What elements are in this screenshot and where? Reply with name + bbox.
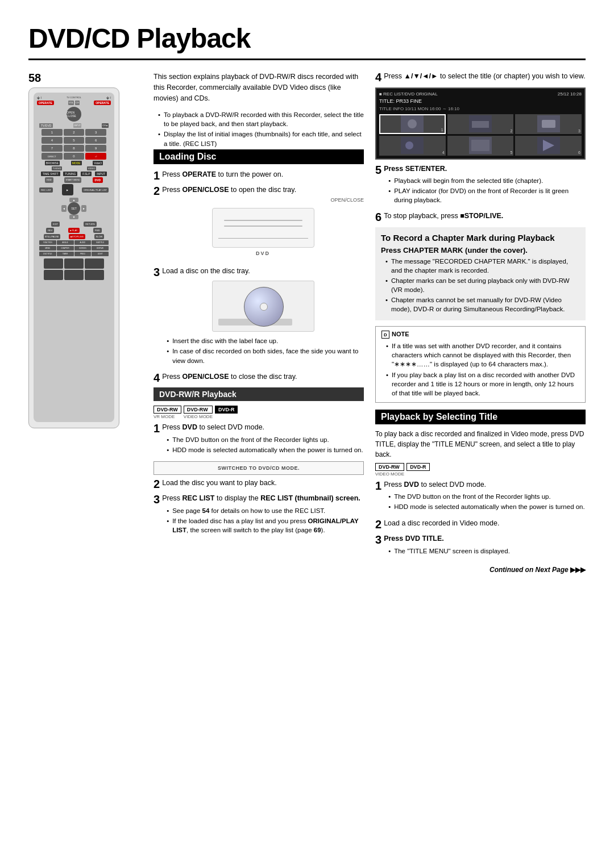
note-item-2: If you play back a play list on a disc r… [386, 370, 579, 398]
dvdrw-video-badge: DVD-RW [184, 406, 213, 414]
dvdrw-badge: DVD-RW [154, 406, 181, 414]
switched-to-dvd-screen: SWITCHED TO DVD/CD MODE. [154, 461, 364, 475]
title-step-5: 5 Press SET/ENTER. Playback will begin f… [375, 164, 586, 206]
title-step-num-6: 6 [375, 211, 381, 223]
dvdrw-step-3: 3 Press REC LIST to display the REC LIST… [154, 494, 364, 536]
svg-rect-5 [542, 120, 555, 128]
rec-thumb-6: 6 [515, 136, 582, 156]
pbs-dvdr-badge: DVD-R [406, 463, 430, 471]
note-icon: D [381, 331, 389, 339]
pbs-dvd-title-bullet-1: The "TITLE MENU" screen is displayed. [388, 546, 586, 556]
intro-bullet-1: To playback a DVD-RW/R recorded with thi… [158, 110, 364, 128]
loading-step-4: 4 Press OPEN/CLOSE to close the disc tra… [154, 372, 364, 382]
pbs-dvd-bullet-2: HDD mode is selected automatically when … [388, 502, 586, 511]
loading-step-3: 3 Load a disc on the disc tray. Insert t… [154, 266, 364, 366]
set-enter-bullet-1: Playback will begin from the selected ti… [388, 176, 586, 185]
note-box: D NOTE If a title was set with another D… [375, 326, 586, 403]
loading-step-1: 1 Press OPERATE to turn the power on. [154, 170, 364, 180]
loading-disc-header: Loading Disc [154, 149, 364, 164]
rec-thumb-5: 5 [447, 136, 514, 156]
chapter-mark-bullet-1: The message "RECORDED CHAPTER MARK." is … [385, 257, 580, 275]
dvd-mode-badges: DVD-RW VR MODE DVD-RW VIDEO MODE DVD-R [154, 406, 364, 419]
rec-list-title: TITLE: PR33 FINE [379, 98, 582, 104]
pbs-step-num-2: 2 [375, 519, 381, 530]
set-enter-bullet-2: PLAY indicator (for DVD) on the front of… [388, 186, 586, 205]
dvdrw-reclist-bullet-2: If the loaded disc has a play list and y… [167, 516, 364, 535]
dvdrw-step-num-1: 1 [154, 423, 160, 434]
continued-label: Continued on Next Page ▶▶▶ [375, 566, 586, 574]
svg-point-1 [408, 119, 417, 128]
pbs-step-num-1: 1 [375, 480, 381, 491]
to-record-section: To Record a Chapter Mark during Playback… [375, 227, 586, 321]
remote-control-image: ⏻ I TV CONTROL ⏻ I OPERATE VOL CH OPERAT… [28, 87, 119, 428]
dvdrw-step-2: 2 Load the disc you want to play back. [154, 478, 364, 489]
pbs-step-3: 3 Press DVD TITLE. The "TITLE MENU" scre… [375, 534, 586, 557]
rec-list-screen: ■ REC LIST/DVD ORIGINAL 25/12 10:28 TITL… [375, 87, 586, 160]
note-item-1: If a title was set with another DVD reco… [386, 341, 579, 369]
pbs-badges: DVD-RW VIDEO MODE DVD-R [375, 463, 586, 477]
dvdrw-bullet-2: HDD mode is selected automatically when … [167, 445, 364, 454]
svg-rect-3 [472, 121, 489, 128]
playback-by-title-intro: To play back a disc recorded and finaliz… [375, 429, 586, 460]
intro-bullet-2: Display the list of initial images (thum… [158, 130, 364, 148]
title-step-num-4: 4 [375, 72, 381, 83]
dvdrw-step-1: 1 Press DVD to select DVD mode. The DVD … [154, 423, 364, 456]
step-num-4: 4 [154, 372, 160, 383]
title-step-6: 6 To stop playback, press ■STOP/LIVE. [375, 211, 586, 222]
page-title: DVD/CD Playback [28, 23, 586, 60]
dvdr-badge: DVD-R [215, 406, 238, 414]
rec-list-header-right: 25/12 10:28 [558, 91, 582, 97]
rec-thumb-3: 3 [515, 114, 582, 134]
pbs-step-num-3: 3 [375, 534, 381, 545]
rec-thumb-4: 4 [379, 136, 446, 156]
rec-thumb-2: 2 [447, 114, 514, 134]
svg-point-7 [405, 141, 413, 149]
to-record-title: To Record a Chapter Mark during Playback [381, 233, 580, 243]
open-close-label: OPEN/CLOSE [162, 197, 364, 204]
svg-rect-9 [471, 140, 489, 151]
chapter-mark-bullet-2: Chapter marks can be set during playback… [385, 276, 580, 294]
dvdrw-reclist-bullet-1: See page 54 for details on how to use th… [167, 506, 364, 515]
playback-by-title-section: Playback by Selecting Title To play back… [375, 410, 586, 557]
dvd-rwr-playback-header: DVD-RW/R Playback [154, 387, 364, 401]
disc-bullet-2: In case of disc recorded on both sides, … [167, 347, 364, 365]
title-step-num-5: 5 [375, 164, 381, 176]
rec-list-time: TITLE INFO 10/11 MON 16:00 ～ 16:10 [379, 106, 582, 112]
dvdrw-bullet-1: The DVD button on the front of the Recor… [167, 435, 364, 444]
rec-list-header-left: ■ REC LIST/DVD ORIGINAL [379, 91, 438, 97]
title-step-4: 4 Press ▲/▼/◄/► to select the title (or … [375, 72, 586, 82]
page-number: 58 [28, 72, 142, 85]
intro-text: This section explains playback of DVD-RW… [154, 72, 364, 103]
dvdrw-step-num-3: 3 [154, 494, 160, 505]
rec-list-thumbnails: 1 2 3 4 [379, 114, 582, 156]
dvd-label: DVD [162, 250, 364, 257]
step-num-1: 1 [154, 170, 160, 181]
disc-bullet-1: Insert the disc with the label face up. [167, 336, 364, 345]
dvdrw-step-num-2: 2 [154, 478, 160, 490]
step-num-3: 3 [154, 266, 160, 278]
note-title: D NOTE [381, 330, 579, 339]
rec-thumb-1: 1 [379, 114, 446, 134]
chapter-mark-bullet-3: Chapter marks cannot be set manually for… [385, 295, 580, 314]
playback-by-title-header: Playback by Selecting Title [375, 410, 586, 424]
loading-step-2: 2 Press OPEN/CLOSE to open the disc tray… [154, 185, 364, 261]
pbs-step-1: 1 Press DVD to select DVD mode. The DVD … [375, 480, 586, 513]
pbs-step-2: 2 Load a disc recorded in Video mode. [375, 519, 586, 529]
disc-on-tray-illustration [212, 281, 314, 332]
step-num-2: 2 [154, 185, 160, 197]
intro-bullets: To playback a DVD-RW/R recorded with thi… [158, 110, 364, 148]
pbs-dvdrw-badge: DVD-RW [375, 463, 404, 471]
dvd-tray-illustration [212, 208, 314, 248]
chapter-mark-step: Press CHAPTER MARK (under the cover). [381, 246, 580, 254]
pbs-dvd-bullet-1: The DVD button on the front of the Recor… [388, 492, 586, 501]
